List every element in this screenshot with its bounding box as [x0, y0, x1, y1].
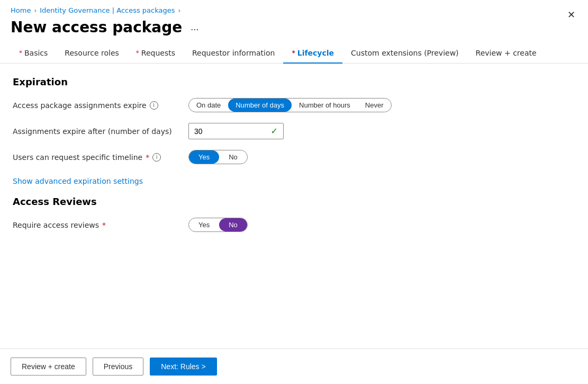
days-input-container: ✓	[188, 123, 284, 139]
breadcrumb-sep2: ›	[178, 7, 181, 14]
require-reviews-no[interactable]: No	[219, 218, 247, 231]
specific-timeline-yes[interactable]: Yes	[189, 150, 219, 164]
assignments-expire-row: Access package assignments expire i On d…	[13, 98, 575, 112]
days-input[interactable]	[194, 127, 258, 136]
days-after-label: Assignments expire after (number of days…	[13, 127, 182, 136]
specific-timeline-row: Users can request specific timeline * i …	[13, 150, 575, 164]
breadcrumb-sep1: ›	[34, 7, 37, 14]
check-icon: ✓	[271, 126, 278, 136]
breadcrumb-home[interactable]: Home	[11, 6, 31, 14]
expire-option-never[interactable]: Never	[358, 99, 391, 112]
lifecycle-required-star: *	[292, 49, 295, 57]
require-reviews-toggle: Yes No	[188, 218, 248, 232]
breadcrumb: Home › Identity Governance | Access pack…	[11, 6, 577, 14]
tab-requestor-information[interactable]: Requestor information	[184, 43, 283, 64]
require-access-reviews-label: Require access reviews *	[13, 221, 182, 229]
basics-required-star: *	[19, 49, 22, 57]
content-area: Expiration Access package assignments ex…	[0, 64, 588, 349]
specific-timeline-required: *	[146, 153, 149, 162]
require-reviews-required: *	[102, 221, 106, 229]
breadcrumb-identity-governance[interactable]: Identity Governance | Access packages	[40, 6, 175, 14]
page-title: New access package	[11, 19, 182, 36]
specific-timeline-no[interactable]: No	[219, 150, 247, 164]
require-reviews-yes[interactable]: Yes	[189, 218, 219, 231]
advanced-link-row: Show advanced expiration settings	[13, 175, 575, 185]
specific-timeline-label: Users can request specific timeline * i	[13, 153, 182, 162]
more-options-button[interactable]: ...	[187, 21, 202, 34]
assignments-expire-label: Access package assignments expire i	[13, 101, 182, 110]
tab-basics[interactable]: * Basics	[11, 43, 56, 64]
tab-requests[interactable]: * Requests	[128, 43, 184, 64]
next-button[interactable]: Next: Rules >	[150, 358, 216, 376]
advanced-expiration-link[interactable]: Show advanced expiration settings	[13, 177, 143, 185]
specific-timeline-info-icon[interactable]: i	[152, 153, 161, 162]
main-area: * Basics Resource roles * Requests Reque…	[0, 38, 588, 349]
tab-resource-roles[interactable]: Resource roles	[56, 43, 127, 64]
specific-timeline-toggle: Yes No	[188, 150, 248, 164]
expiration-section-title: Expiration	[13, 76, 575, 87]
tab-custom-extensions[interactable]: Custom extensions (Preview)	[342, 43, 467, 64]
tab-lifecycle[interactable]: * Lifecycle	[283, 43, 342, 64]
require-access-reviews-row: Require access reviews * Yes No	[13, 218, 575, 232]
review-create-button[interactable]: Review + create	[11, 358, 86, 376]
expire-option-number-of-days[interactable]: Number of days	[228, 99, 292, 112]
days-after-row: Assignments expire after (number of days…	[13, 123, 575, 139]
tabs-container: * Basics Resource roles * Requests Reque…	[0, 43, 588, 64]
assignments-expire-info-icon[interactable]: i	[150, 101, 158, 110]
requests-required-star: *	[136, 49, 139, 57]
expire-option-on-date[interactable]: On date	[189, 99, 228, 112]
tab-review-create[interactable]: Review + create	[467, 43, 545, 64]
expire-options-control: On date Number of days Number of hours N…	[188, 98, 392, 112]
expire-option-number-of-hours[interactable]: Number of hours	[292, 99, 358, 112]
access-reviews-section-title: Access Reviews	[13, 196, 575, 207]
close-button[interactable]: ✕	[563, 6, 580, 23]
footer: Review + create Previous Next: Rules >	[0, 349, 588, 384]
previous-button[interactable]: Previous	[93, 358, 143, 376]
